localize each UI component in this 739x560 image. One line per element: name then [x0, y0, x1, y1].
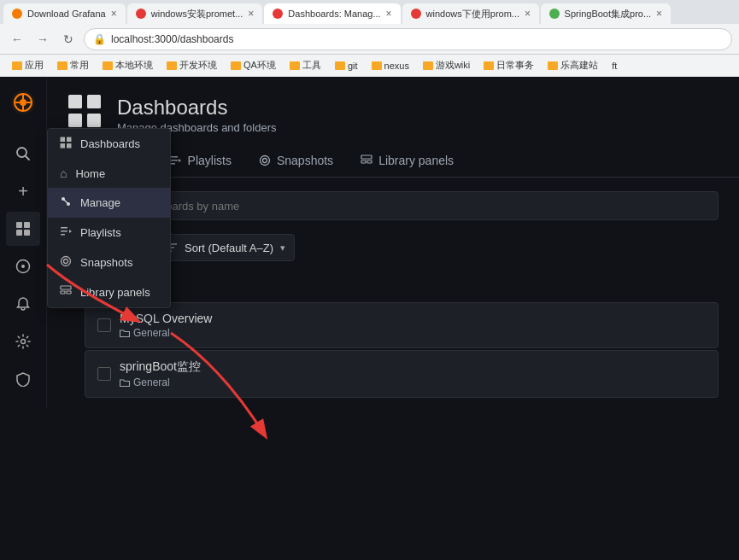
bookmark-nexus[interactable]: nexus — [367, 59, 414, 73]
sidebar-compass-icon[interactable] — [6, 249, 40, 283]
svg-rect-47 — [367, 160, 372, 163]
sidebar-shield-icon[interactable] — [6, 362, 40, 396]
dropdown-label-manage: Manage — [80, 196, 120, 209]
tab-library-panels-label: Library panels — [378, 154, 454, 167]
tab-close-icon[interactable]: × — [525, 8, 531, 20]
browser-tabs: Download Grafana × windows安装promet... × … — [0, 0, 739, 24]
tab-favicon — [411, 9, 421, 19]
home-menu-icon: ⌂ — [60, 166, 67, 180]
bookmark-QA环境[interactable]: QA环境 — [226, 57, 281, 73]
dashboard-item-mysql[interactable]: MySQL Overview General — [85, 302, 718, 348]
address-text: localhost:3000/dashboards — [111, 33, 233, 45]
svg-point-14 — [21, 265, 25, 268]
sidebar-gear-icon[interactable] — [6, 324, 40, 359]
dashboard-folder-springboot: General — [120, 376, 201, 388]
dropdown-item-dashboards[interactable]: Dashboards — [48, 129, 170, 159]
search-input[interactable] — [97, 200, 707, 213]
tab-library-panels[interactable]: Library panels — [347, 145, 467, 178]
svg-point-2 — [20, 99, 26, 106]
svg-rect-46 — [361, 160, 366, 163]
svg-rect-23 — [61, 227, 67, 229]
address-bar[interactable]: 🔒 localhost:3000/dashboards — [84, 28, 732, 50]
page-header: Dashboards Manage dashboards and folders — [47, 77, 739, 135]
tab-snapshots-label: Snapshots — [277, 154, 333, 167]
dashboard-title-springboot: springBoot监控 — [120, 359, 201, 375]
dropdown-item-library-panels[interactable]: Library panels — [48, 277, 170, 307]
sidebar-wrapper: + — [0, 77, 47, 509]
svg-rect-35 — [87, 114, 101, 127]
tab-windows-promet[interactable]: windows安装promet... × — [127, 3, 263, 24]
svg-point-27 — [62, 257, 71, 266]
tab-snapshots[interactable]: Snapshots — [245, 145, 347, 178]
tab-dashboards-manage[interactable]: Dashboards: Manag... × — [264, 3, 400, 24]
back-button[interactable]: ← — [7, 29, 27, 50]
dashboard-title-mysql: MySQL Overview — [120, 312, 212, 325]
tab-label: Download Grafana — [27, 9, 106, 19]
sidebar-dashboards-icon[interactable] — [6, 212, 40, 246]
tab-favicon — [12, 9, 22, 19]
sidebar-bell-icon[interactable] — [6, 287, 40, 321]
svg-rect-40 — [171, 160, 178, 161]
svg-point-15 — [21, 340, 26, 344]
dashboard-checkbox-mysql[interactable] — [97, 318, 111, 332]
svg-rect-24 — [61, 230, 67, 232]
snapshots-menu-icon — [60, 255, 72, 270]
tab-label: windows下使用prom... — [426, 8, 519, 20]
sidebar-plus-icon[interactable]: + — [6, 174, 40, 208]
dashboard-item-springboot[interactable]: springBoot监控 General — [85, 350, 718, 398]
tab-close-icon[interactable]: × — [111, 8, 117, 20]
bookmarks-bar: 应用 常用 本地环境 开发环境 QA环境 工具 git nexus 游戏wiki… — [0, 55, 739, 77]
forward-button[interactable]: → — [32, 29, 53, 50]
bookmark-游戏wiki[interactable]: 游戏wiki — [418, 57, 475, 73]
svg-point-28 — [64, 260, 68, 264]
sort-dropdown[interactable]: Sort (Default A–Z) ▾ — [156, 234, 295, 261]
bookmark-本地环境[interactable]: 本地环境 — [97, 57, 158, 73]
svg-marker-26 — [69, 230, 72, 233]
grafana-logo[interactable] — [6, 85, 40, 120]
dropdown-item-manage[interactable]: Manage — [48, 188, 170, 218]
lock-icon: 🔒 — [93, 33, 106, 45]
bookmark-乐高建站[interactable]: 乐高建站 — [543, 57, 603, 73]
bookmark-git[interactable]: git — [330, 59, 363, 73]
svg-rect-29 — [61, 286, 71, 289]
tab-windows-prom[interactable]: windows下使用prom... × — [402, 3, 539, 24]
page-title: Dashboards — [117, 96, 276, 120]
svg-rect-11 — [16, 230, 22, 236]
dashboards-menu-icon — [60, 137, 72, 151]
reload-button[interactable]: ↻ — [58, 29, 79, 50]
svg-rect-10 — [24, 222, 30, 228]
bookmark-常用[interactable]: 常用 — [52, 57, 94, 73]
dropdown-item-snapshots[interactable]: Snapshots — [48, 248, 170, 277]
tab-label: windows安装promet... — [151, 8, 243, 20]
browser-nav: ← → ↻ 🔒 localhost:3000/dashboards — [0, 24, 739, 55]
app: + — [0, 77, 739, 509]
bookmark-工具[interactable]: 工具 — [284, 57, 326, 73]
svg-rect-30 — [61, 291, 65, 294]
svg-rect-41 — [171, 163, 175, 165]
svg-line-8 — [26, 156, 30, 160]
dashboard-checkbox-springboot[interactable] — [97, 367, 111, 381]
bookmark-日常事务[interactable]: 日常事务 — [478, 57, 539, 73]
bookmark-开发环境[interactable]: 开发环境 — [161, 57, 222, 73]
tab-close-icon[interactable]: × — [386, 8, 392, 20]
svg-rect-18 — [61, 143, 66, 149]
dropdown-label-library-panels: Library panels — [80, 286, 150, 299]
tab-download-grafana[interactable]: Download Grafana × — [3, 3, 126, 24]
bookmark-ft[interactable]: ft — [607, 59, 622, 73]
dropdown-item-home[interactable]: ⌂ Home — [48, 159, 170, 188]
svg-point-43 — [260, 156, 269, 166]
dashboard-folder-mysql: General — [120, 327, 212, 339]
dropdown-item-playlists[interactable]: Playlists — [48, 218, 170, 248]
bookmark-应用[interactable]: 应用 — [7, 57, 49, 73]
tab-close-icon[interactable]: × — [656, 8, 662, 20]
tab-label: Dashboards: Manag... — [288, 9, 380, 19]
tab-springboot[interactable]: SpringBoot集成pro... × — [541, 3, 672, 24]
svg-marker-42 — [179, 159, 181, 162]
tab-close-icon[interactable]: × — [248, 8, 254, 20]
sidebar-search-icon[interactable] — [6, 137, 40, 171]
playlists-menu-icon — [60, 225, 72, 240]
dropdown-label-home: Home — [75, 167, 105, 180]
chevron-down-icon: ▾ — [280, 242, 285, 254]
tab-playlists-label: Playlists — [188, 154, 232, 167]
svg-rect-31 — [67, 291, 71, 294]
